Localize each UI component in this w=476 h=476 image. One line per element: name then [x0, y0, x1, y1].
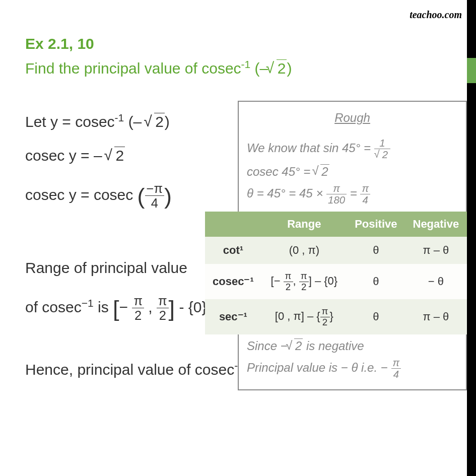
table-row: cosec⁻¹ [− π2, π2] – {0} θ − θ: [205, 264, 467, 299]
open-paren-icon: (: [138, 183, 145, 209]
r2c2-d2: 2: [299, 282, 309, 293]
cell-sec-range: [0 , π] – {π2}: [261, 299, 347, 334]
rough-bottom-2: Principal value is − θ i.e. − π4: [247, 357, 458, 380]
rough-l2-rad: 2: [320, 164, 329, 178]
fraction: π2: [157, 294, 169, 322]
rough-line-3: θ = 45° = 45 × π180 = π4: [247, 182, 458, 206]
question-text: Find the principal value of cosec-1 (–2): [25, 58, 461, 77]
range-den2: 2: [157, 308, 169, 322]
sqrt-icon: 2: [268, 60, 287, 77]
sqrt-icon: 2: [288, 335, 303, 357]
range-num1: π: [132, 294, 144, 308]
cell-sec-neg: π – θ: [405, 299, 467, 334]
rough-bottom-1: Since −2 is negative: [247, 335, 458, 357]
fraction: 12: [374, 138, 391, 161]
th-positive: Positive: [347, 212, 405, 237]
fraction: π4: [391, 357, 401, 380]
cell-cot: cot¹: [205, 237, 261, 264]
rough-b1-rad: 2: [294, 338, 303, 353]
th-blank: [205, 212, 261, 237]
rough-l2-pre: cosec 45° =: [247, 165, 314, 178]
rough-l3-den2: 4: [360, 194, 370, 206]
rough-l1-den-rad: 2: [381, 149, 389, 160]
r3c2-post: }: [330, 310, 333, 322]
rough-l3-pre: θ = 45° = 45 ×: [247, 186, 326, 200]
rough-l1-den: 2: [374, 149, 391, 160]
cell-cot-range: (0 , π): [261, 237, 347, 264]
rough-work-box: Rough We know that sin 45° = 12 cosec 45…: [238, 101, 467, 216]
rough-l3-num1: π: [326, 183, 347, 194]
line1-arg-post: ): [165, 113, 170, 130]
table-header-row: Range Positive Negative: [205, 212, 467, 237]
question-radicand: 2: [277, 59, 287, 77]
rough-l1-pre: We know that sin 45° =: [247, 141, 374, 155]
question-arg-post: ): [287, 60, 292, 77]
rough-b2-pre: Principal value is − θ i.e. −: [247, 361, 391, 374]
rough-line-1: We know that sin 45° = 12: [247, 137, 458, 161]
hence-pre: Hence, principal value of cosec: [25, 361, 234, 378]
range-den1: 2: [132, 308, 144, 322]
fraction: π2: [320, 306, 330, 327]
line1-exp: -1: [115, 112, 124, 123]
fraction: −π4: [145, 181, 165, 210]
line2-prefix: cosec y = –: [25, 147, 106, 164]
th-negative: Negative: [405, 212, 467, 237]
rough-l1-num: 1: [374, 138, 391, 149]
r2c2-d1: 2: [284, 282, 293, 293]
table-row: cot¹ (0 , π) θ π – θ: [205, 237, 467, 264]
rough-line-2: cosec 45° = 2: [247, 161, 458, 182]
cell-sec: sec⁻¹: [205, 299, 261, 334]
question-prefix: Find the principal value of cosec: [25, 60, 241, 77]
range2-exp: −1: [82, 297, 94, 308]
r2c2-post: ] – {0}: [309, 275, 338, 287]
cell-cosec-range: [− π2, π2] – {0}: [261, 264, 347, 299]
r2c2-pre: [−: [271, 275, 284, 287]
rough-title: Rough: [247, 111, 458, 125]
r2c2-n1: π: [284, 271, 293, 282]
cell-cosec: cosec⁻¹: [205, 264, 261, 299]
line1-radicand: 2: [154, 113, 165, 130]
range2-mid: is: [94, 298, 113, 315]
rough-l3-num2: π: [360, 183, 370, 194]
line3-num: −π: [145, 181, 165, 196]
table-row: sec⁻¹ [0 , π] – {π2} θ π – θ: [205, 299, 467, 334]
question-exponent: -1: [241, 58, 251, 70]
line3-prefix: cosec y = cosec: [25, 186, 138, 203]
range-comma: ,: [144, 298, 157, 315]
range-num2: π: [157, 294, 169, 308]
range2-pre: of cosec: [25, 298, 82, 315]
rough-b1-pre: Since −: [247, 339, 288, 353]
sqrt-icon: 2: [146, 107, 165, 136]
fraction: π2: [132, 294, 144, 322]
r2c2-mid: ,: [293, 275, 299, 287]
open-bracket-icon: [: [113, 296, 119, 321]
rough-b2-num: π: [391, 357, 401, 369]
r3c2-d: 2: [320, 317, 330, 328]
cell-sec-pos: θ: [347, 299, 405, 334]
range-neg: −: [119, 298, 132, 315]
rough-l3-mid: =: [347, 186, 360, 200]
th-range: Range: [261, 212, 347, 237]
cell-cosec-pos: θ: [347, 264, 405, 299]
exercise-title: Ex 2.1, 10: [25, 35, 461, 52]
line1-arg-pre: (–: [124, 113, 146, 130]
close-bracket-icon: ]: [169, 296, 175, 321]
cell-cot-pos: θ: [347, 237, 405, 264]
cell-cot-neg: π – θ: [405, 237, 467, 264]
sqrt-icon: 2: [314, 161, 329, 182]
rough-b2-den: 4: [391, 369, 401, 380]
line1-prefix: Let y = cosec: [25, 113, 115, 130]
line2-radicand: 2: [114, 147, 125, 164]
rough-b1-post: is negative: [303, 339, 364, 353]
close-paren-icon: ): [164, 183, 172, 209]
sqrt-icon: 2: [106, 141, 125, 170]
line3-den: 4: [145, 196, 165, 210]
fraction: π180: [326, 183, 347, 206]
rough-l3-den1: 180: [326, 194, 347, 206]
cell-cosec-neg: − θ: [405, 264, 467, 299]
range-table: Range Positive Negative cot¹ (0 , π) θ π…: [205, 212, 467, 334]
sqrt-icon: 2: [376, 149, 389, 160]
r2c2-n2: π: [299, 271, 309, 282]
fraction: π2: [284, 271, 293, 292]
range-minus-set: - {0}: [175, 298, 207, 315]
